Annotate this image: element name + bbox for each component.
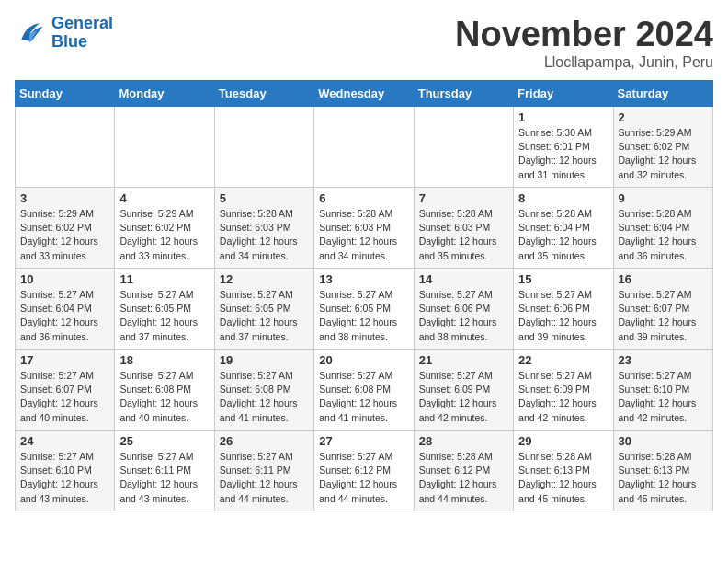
logo-text: General Blue — [51, 15, 113, 52]
calendar-cell: 20Sunrise: 5:27 AM Sunset: 6:08 PM Dayli… — [314, 350, 414, 431]
calendar-cell: 16Sunrise: 5:27 AM Sunset: 6:07 PM Dayli… — [613, 269, 712, 350]
day-number: 24 — [20, 434, 109, 448]
calendar-cell: 9Sunrise: 5:28 AM Sunset: 6:04 PM Daylig… — [613, 188, 712, 269]
calendar-cell: 23Sunrise: 5:27 AM Sunset: 6:10 PM Dayli… — [613, 350, 712, 431]
calendar-cell: 18Sunrise: 5:27 AM Sunset: 6:08 PM Dayli… — [115, 350, 214, 431]
day-number: 21 — [419, 353, 508, 367]
day-number: 30 — [619, 434, 708, 448]
day-number: 11 — [119, 272, 209, 286]
calendar-cell: 21Sunrise: 5:27 AM Sunset: 6:09 PM Dayli… — [414, 350, 513, 431]
calendar-cell: 8Sunrise: 5:28 AM Sunset: 6:04 PM Daylig… — [514, 188, 613, 269]
weekday-header-thursday: Thursday — [414, 81, 513, 107]
calendar-cell: 17Sunrise: 5:27 AM Sunset: 6:07 PM Dayli… — [16, 350, 115, 431]
day-info: Sunrise: 5:28 AM Sunset: 6:13 PM Dayligh… — [518, 450, 608, 506]
day-info: Sunrise: 5:27 AM Sunset: 6:12 PM Dayligh… — [319, 450, 408, 506]
day-number: 18 — [119, 353, 209, 367]
day-number: 26 — [220, 434, 309, 448]
day-info: Sunrise: 5:27 AM Sunset: 6:06 PM Dayligh… — [419, 288, 508, 344]
calendar-cell: 30Sunrise: 5:28 AM Sunset: 6:13 PM Dayli… — [613, 431, 712, 511]
location-subtitle: Llocllapampa, Junin, Peru — [455, 54, 713, 71]
calendar-cell: 11Sunrise: 5:27 AM Sunset: 6:05 PM Dayli… — [115, 269, 214, 350]
day-info: Sunrise: 5:27 AM Sunset: 6:05 PM Dayligh… — [319, 288, 408, 344]
calendar-cell: 6Sunrise: 5:28 AM Sunset: 6:03 PM Daylig… — [314, 188, 414, 269]
weekday-header-sunday: Sunday — [16, 81, 115, 107]
page-header: General Blue November 2024 Llocllapampa,… — [15, 15, 713, 71]
day-info: Sunrise: 5:27 AM Sunset: 6:04 PM Dayligh… — [20, 288, 109, 344]
day-number: 12 — [220, 272, 309, 286]
week-row-2: 3Sunrise: 5:29 AM Sunset: 6:02 PM Daylig… — [16, 188, 713, 269]
logo: General Blue — [15, 15, 113, 52]
day-info: Sunrise: 5:27 AM Sunset: 6:10 PM Dayligh… — [20, 450, 109, 506]
calendar-cell: 28Sunrise: 5:28 AM Sunset: 6:12 PM Dayli… — [414, 431, 513, 511]
day-number: 3 — [20, 191, 109, 205]
day-info: Sunrise: 5:28 AM Sunset: 6:13 PM Dayligh… — [619, 450, 708, 506]
calendar-cell: 19Sunrise: 5:27 AM Sunset: 6:08 PM Dayli… — [214, 350, 313, 431]
calendar-cell — [314, 107, 414, 188]
day-info: Sunrise: 5:29 AM Sunset: 6:02 PM Dayligh… — [20, 207, 109, 263]
calendar-cell: 29Sunrise: 5:28 AM Sunset: 6:13 PM Dayli… — [514, 431, 613, 511]
day-number: 17 — [20, 353, 109, 367]
weekday-header-friday: Friday — [514, 81, 613, 107]
calendar-table: SundayMondayTuesdayWednesdayThursdayFrid… — [15, 80, 713, 511]
day-info: Sunrise: 5:27 AM Sunset: 6:11 PM Dayligh… — [119, 450, 209, 506]
day-info: Sunrise: 5:29 AM Sunset: 6:02 PM Dayligh… — [119, 207, 209, 263]
calendar-cell: 4Sunrise: 5:29 AM Sunset: 6:02 PM Daylig… — [115, 188, 214, 269]
day-number: 28 — [419, 434, 508, 448]
day-number: 13 — [319, 272, 408, 286]
calendar-cell: 15Sunrise: 5:27 AM Sunset: 6:06 PM Dayli… — [514, 269, 613, 350]
calendar-cell: 13Sunrise: 5:27 AM Sunset: 6:05 PM Dayli… — [314, 269, 414, 350]
day-number: 16 — [619, 272, 708, 286]
calendar-cell — [214, 107, 313, 188]
day-number: 14 — [419, 272, 508, 286]
day-info: Sunrise: 5:27 AM Sunset: 6:07 PM Dayligh… — [619, 288, 708, 344]
day-info: Sunrise: 5:27 AM Sunset: 6:06 PM Dayligh… — [518, 288, 608, 344]
logo-bird-icon — [15, 17, 48, 50]
day-info: Sunrise: 5:27 AM Sunset: 6:09 PM Dayligh… — [518, 369, 608, 425]
calendar-cell: 25Sunrise: 5:27 AM Sunset: 6:11 PM Dayli… — [115, 431, 214, 511]
day-info: Sunrise: 5:27 AM Sunset: 6:10 PM Dayligh… — [619, 369, 708, 425]
week-row-3: 10Sunrise: 5:27 AM Sunset: 6:04 PM Dayli… — [16, 269, 713, 350]
day-number: 29 — [518, 434, 608, 448]
day-number: 15 — [518, 272, 608, 286]
calendar-cell — [115, 107, 214, 188]
day-info: Sunrise: 5:28 AM Sunset: 6:04 PM Dayligh… — [619, 207, 708, 263]
day-info: Sunrise: 5:29 AM Sunset: 6:02 PM Dayligh… — [619, 126, 708, 182]
day-info: Sunrise: 5:27 AM Sunset: 6:08 PM Dayligh… — [319, 369, 408, 425]
calendar-cell: 1Sunrise: 5:30 AM Sunset: 6:01 PM Daylig… — [514, 107, 613, 188]
calendar-cell: 12Sunrise: 5:27 AM Sunset: 6:05 PM Dayli… — [214, 269, 313, 350]
weekday-header-row: SundayMondayTuesdayWednesdayThursdayFrid… — [16, 81, 713, 107]
day-number: 9 — [619, 191, 708, 205]
calendar-cell — [414, 107, 513, 188]
calendar-cell: 22Sunrise: 5:27 AM Sunset: 6:09 PM Dayli… — [514, 350, 613, 431]
day-number: 4 — [119, 191, 209, 205]
weekday-header-wednesday: Wednesday — [314, 81, 414, 107]
day-number: 2 — [619, 110, 708, 124]
calendar-cell: 24Sunrise: 5:27 AM Sunset: 6:10 PM Dayli… — [16, 431, 115, 511]
day-number: 20 — [319, 353, 408, 367]
day-number: 25 — [119, 434, 209, 448]
calendar-cell: 27Sunrise: 5:27 AM Sunset: 6:12 PM Dayli… — [314, 431, 414, 511]
day-info: Sunrise: 5:27 AM Sunset: 6:09 PM Dayligh… — [419, 369, 508, 425]
week-row-1: 1Sunrise: 5:30 AM Sunset: 6:01 PM Daylig… — [16, 107, 713, 188]
day-info: Sunrise: 5:27 AM Sunset: 6:05 PM Dayligh… — [119, 288, 209, 344]
calendar-cell: 2Sunrise: 5:29 AM Sunset: 6:02 PM Daylig… — [613, 107, 712, 188]
day-info: Sunrise: 5:28 AM Sunset: 6:03 PM Dayligh… — [319, 207, 408, 263]
day-info: Sunrise: 5:27 AM Sunset: 6:05 PM Dayligh… — [220, 288, 309, 344]
month-title: November 2024 — [455, 15, 713, 54]
day-info: Sunrise: 5:27 AM Sunset: 6:08 PM Dayligh… — [119, 369, 209, 425]
day-number: 22 — [518, 353, 608, 367]
calendar-cell: 26Sunrise: 5:27 AM Sunset: 6:11 PM Dayli… — [214, 431, 313, 511]
day-number: 10 — [20, 272, 109, 286]
day-number: 19 — [220, 353, 309, 367]
calendar-cell: 10Sunrise: 5:27 AM Sunset: 6:04 PM Dayli… — [16, 269, 115, 350]
calendar-cell — [16, 107, 115, 188]
calendar-cell: 3Sunrise: 5:29 AM Sunset: 6:02 PM Daylig… — [16, 188, 115, 269]
calendar-cell: 7Sunrise: 5:28 AM Sunset: 6:03 PM Daylig… — [414, 188, 513, 269]
day-info: Sunrise: 5:28 AM Sunset: 6:03 PM Dayligh… — [220, 207, 309, 263]
day-number: 7 — [419, 191, 508, 205]
weekday-header-saturday: Saturday — [613, 81, 712, 107]
calendar-cell: 14Sunrise: 5:27 AM Sunset: 6:06 PM Dayli… — [414, 269, 513, 350]
week-row-4: 17Sunrise: 5:27 AM Sunset: 6:07 PM Dayli… — [16, 350, 713, 431]
day-info: Sunrise: 5:27 AM Sunset: 6:11 PM Dayligh… — [220, 450, 309, 506]
day-number: 5 — [220, 191, 309, 205]
